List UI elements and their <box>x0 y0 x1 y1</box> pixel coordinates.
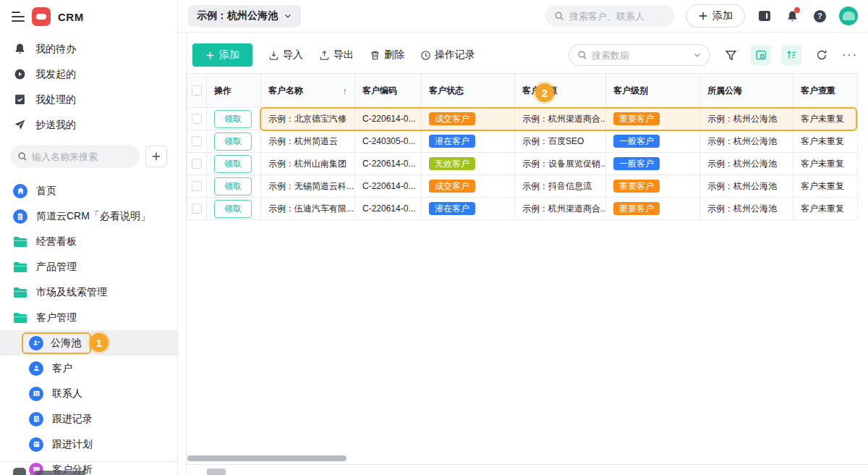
row-checkbox[interactable] <box>192 114 202 124</box>
export-icon <box>319 50 330 61</box>
column-header-code[interactable]: 客户编码 <box>355 73 422 108</box>
column-header-action[interactable]: 操作 <box>207 73 261 108</box>
tutorial-step-1-badge: 1 <box>90 333 109 352</box>
sort-asc-icon[interactable]: ↑ <box>343 85 348 96</box>
sidebar-search[interactable] <box>10 145 140 168</box>
filter-icon[interactable] <box>720 45 741 65</box>
operation-log-button[interactable]: 操作记录 <box>420 49 475 62</box>
select-all-checkbox[interactable] <box>192 85 202 96</box>
sidebar-item-cc-to-me[interactable]: 抄送我的 <box>0 112 177 138</box>
column-header-level[interactable]: 客户级别 <box>606 73 700 108</box>
sidebar-item-partial[interactable] <box>13 468 85 475</box>
sidebar-search-input[interactable] <box>32 151 132 162</box>
sidebar-divider <box>0 461 177 462</box>
help-icon[interactable]: ? <box>812 8 827 24</box>
sidebar-item-customers[interactable]: 客户 <box>0 356 177 381</box>
table-row[interactable]: 领取 示例：杭州山南集团 C-220614-0... 无效客户 示例：设备展览促… <box>187 153 858 175</box>
folder-icon <box>13 236 27 248</box>
record-icon <box>29 412 43 426</box>
table-search[interactable] <box>569 44 710 66</box>
header-add-button[interactable]: 添加 <box>686 4 745 28</box>
notification-bell-icon[interactable] <box>784 8 800 24</box>
table-row[interactable]: 领取 示例：杭州简道云 C-240305-0... 潜在客户 示例：百度SEO … <box>187 130 858 153</box>
claim-button[interactable]: 领取 <box>214 177 252 196</box>
inbox-check-icon <box>13 93 26 106</box>
sidebar-item-readme[interactable]: 简道云CRM「必看说明」 <box>0 203 177 229</box>
sidebar-item-product-mgmt[interactable]: 产品管理 <box>0 254 177 279</box>
menu-item-label: 跟进记录 <box>52 413 93 426</box>
selected-item-highlight: 公海池 <box>22 332 91 354</box>
table-row[interactable]: 领取 示例：伍迪汽车有限... C-220614-0... 潜在客户 示例：杭州… <box>187 198 858 220</box>
table-row[interactable]: 领取 示例：北京德宝汽修 C-220614-0... 成交客户 示例：杭州渠道商… <box>187 108 858 130</box>
delete-button[interactable]: 删除 <box>370 49 404 62</box>
content-area: 添加 导入 导出 删除 操作记录 <box>178 33 868 475</box>
column-header-pool[interactable]: 所属公海 <box>700 73 793 108</box>
refresh-icon[interactable] <box>812 45 832 65</box>
cell-pool: 示例：杭州公海池 <box>700 153 793 175</box>
crm-logo-icon[interactable] <box>32 7 51 26</box>
add-record-button[interactable]: 添加 <box>192 43 252 67</box>
cell-code: C-220614-0... <box>355 153 422 175</box>
workspace-switcher[interactable]: 示例：杭州公海池 <box>188 5 301 27</box>
panel-toggle-icon[interactable] <box>757 8 773 24</box>
table-row[interactable]: 领取 示例：无锡简道云科... C-220614-0... 成交客户 示例：抖音… <box>187 175 858 198</box>
quick-item-label: 我处理的 <box>35 93 76 106</box>
sidebar-item-customer-mgmt[interactable]: 客户管理 <box>0 305 177 330</box>
column-header-dup[interactable]: 客户查重 <box>793 73 858 108</box>
cell-code: C-240305-0... <box>355 130 422 153</box>
row-checkbox[interactable] <box>192 181 202 191</box>
sort-settings-icon[interactable] <box>781 45 801 65</box>
claim-button[interactable]: 领取 <box>214 110 252 128</box>
import-button[interactable]: 导入 <box>268 49 303 62</box>
cell-dup: 客户未重复 <box>793 153 858 175</box>
sidebar-item-my-processed[interactable]: 我处理的 <box>0 87 177 112</box>
row-checkbox[interactable] <box>192 159 202 169</box>
row-checkbox[interactable] <box>192 136 202 146</box>
more-actions-button[interactable]: ··· <box>842 51 858 59</box>
menu-item-label: 产品管理 <box>36 261 77 274</box>
cell-name: 示例：无锡简道云科... <box>261 175 355 198</box>
level-badge: 重要客户 <box>613 112 660 125</box>
sidebar-item-dashboard[interactable]: 经营看板 <box>0 229 177 254</box>
cell-dup: 客户未重复 <box>793 108 858 130</box>
notification-dot <box>794 7 800 13</box>
menu-item-label: 市场及线索管理 <box>36 286 107 299</box>
column-header-name[interactable]: 客户名称 ↑ <box>261 73 355 108</box>
sidebar-item-my-initiated[interactable]: 我发起的 <box>0 62 177 87</box>
global-search-input[interactable] <box>569 11 665 22</box>
table-search-input[interactable] <box>592 50 689 61</box>
cell-name: 示例：北京德宝汽修 <box>261 108 355 130</box>
horizontal-scrollbar[interactable] <box>187 455 346 461</box>
column-header-status[interactable]: 客户状态 <box>422 73 515 108</box>
sidebar-item-market-leads[interactable]: 市场及线索管理 <box>0 279 177 305</box>
field-display-icon[interactable] <box>751 45 771 65</box>
sidebar-item-followup-plans[interactable]: 跟进计划 <box>0 432 177 457</box>
level-badge: 一般客户 <box>613 135 660 148</box>
level-badge: 重要客户 <box>613 202 660 215</box>
import-icon <box>268 50 279 61</box>
footer-bar <box>187 464 868 475</box>
data-table: 操作 客户名称 ↑ 客户编码 客户状态 客户来源 客户级别 所属公海 客户查重 … <box>187 73 858 220</box>
row-checkbox[interactable] <box>192 203 202 214</box>
tutorial-step-2-badge: 2 <box>535 83 554 102</box>
user-avatar[interactable] <box>839 7 858 25</box>
hamburger-menu-icon[interactable] <box>12 12 25 22</box>
cell-pool: 示例：杭州公海池 <box>700 108 793 130</box>
sidebar-item-contacts[interactable]: 联系人 <box>0 381 177 406</box>
column-header-source[interactable]: 客户来源 <box>515 73 606 108</box>
global-search[interactable] <box>545 5 674 27</box>
sidebar-item-home[interactable]: 首页 <box>0 178 177 203</box>
menu-item-label: 跟进计划 <box>52 438 93 451</box>
sidebar-item-public-pool[interactable]: 公海池 1 <box>0 330 177 356</box>
sidebar-item-my-todo[interactable]: 我的待办 <box>0 36 177 62</box>
footer-partial-text <box>207 468 226 475</box>
chevron-down-icon[interactable] <box>693 51 702 59</box>
add-app-button[interactable] <box>145 146 167 167</box>
claim-button[interactable]: 领取 <box>214 200 252 218</box>
sidebar-item-followup-records[interactable]: 跟进记录 <box>0 406 177 432</box>
export-button[interactable]: 导出 <box>319 49 354 62</box>
claim-button[interactable]: 领取 <box>214 133 252 151</box>
send-icon <box>13 119 26 132</box>
cell-code: C-220614-0... <box>355 108 422 130</box>
claim-button[interactable]: 领取 <box>214 155 252 173</box>
